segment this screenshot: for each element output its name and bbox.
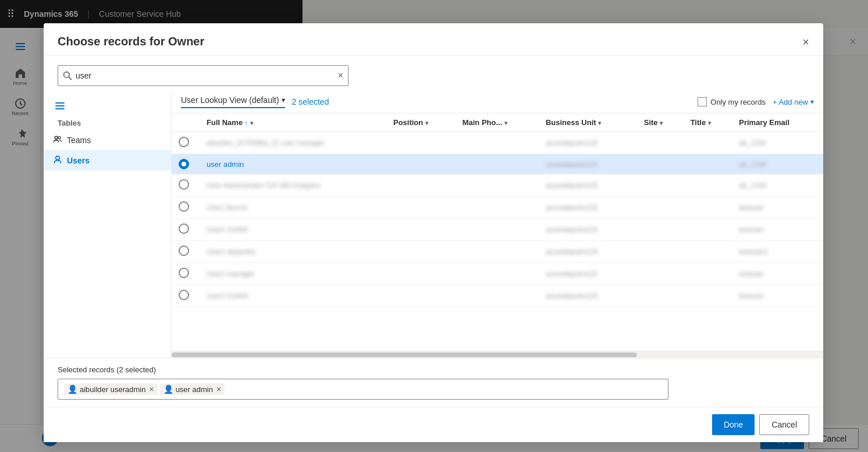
col-businessunit[interactable]: Business Unit ▾ <box>539 113 637 132</box>
row-radio[interactable] <box>179 245 189 256</box>
cell-mainphone <box>456 285 539 307</box>
cell-businessunit: azuredepoim125 <box>539 263 637 285</box>
only-my-records-control: Only my records <box>698 97 766 106</box>
row-select-cell <box>172 219 200 241</box>
users-label: Users <box>67 156 90 165</box>
cell-position <box>386 241 456 263</box>
cell-businessunit: azuredepoim125 <box>539 285 637 307</box>
row-radio[interactable] <box>179 137 189 147</box>
col-mainphone[interactable]: Main Pho... ▾ <box>456 113 539 132</box>
selected-count-badge[interactable]: 2 selected <box>292 97 329 106</box>
svg-line-7 <box>69 77 72 80</box>
cell-fullname[interactable]: User1 alejandro <box>200 241 386 263</box>
tables-header: Tables <box>44 114 171 130</box>
col-primaryemail[interactable]: Primary Email <box>732 113 823 132</box>
table-row: user admin azuredepoim125 ab_1234 <box>172 154 823 175</box>
selected-tag-useradmin: 👤 user admin × <box>160 383 225 395</box>
cell-site <box>637 175 684 197</box>
cell-fullname[interactable]: User1 G3404 <box>200 285 386 307</box>
data-table-wrap: Full Name ↑ ▾ Position ▾ Main Pho... ▾ B… <box>172 113 823 351</box>
row-radio[interactable] <box>179 268 189 278</box>
done-button[interactable]: Done <box>712 414 755 435</box>
cell-email: testuser1 <box>732 241 823 263</box>
view-selector[interactable]: User Lookup View (default) ▾ <box>181 95 285 108</box>
h-scroll-thumb <box>172 353 637 357</box>
col-position[interactable]: Position ▾ <box>386 113 456 132</box>
cell-position <box>386 197 456 219</box>
modal-close-button[interactable]: × <box>802 36 809 48</box>
search-input[interactable] <box>76 71 335 80</box>
teams-icon <box>53 134 62 145</box>
svg-point-6 <box>64 72 70 78</box>
cell-email: testuser <box>732 219 823 241</box>
tag-aibuilder-label: aibuilder useradmin <box>80 385 145 394</box>
cell-fullname[interactable]: User1 G3404 <box>200 219 386 241</box>
col-select <box>172 113 200 132</box>
row-select-cell <box>172 154 200 175</box>
cell-mainphone <box>456 263 539 285</box>
cell-fullname[interactable]: aibuilder_0170098a_01 user manager <box>200 132 386 154</box>
cell-businessunit: azuredepoim125 <box>539 219 637 241</box>
table-row: User1 Burrns azuredepoim125 testuser <box>172 197 823 219</box>
cell-title <box>684 132 732 154</box>
col-title[interactable]: Title ▾ <box>684 113 732 132</box>
cell-title <box>684 241 732 263</box>
choose-records-modal: Choose records for Owner × × <box>44 23 823 442</box>
row-radio[interactable] <box>179 290 189 300</box>
selected-records-area: Selected records (2 selected) 👤 aibuilde… <box>44 358 823 407</box>
cell-site <box>637 132 684 154</box>
cancel-button[interactable]: Cancel <box>759 414 809 435</box>
row-radio[interactable] <box>179 159 189 169</box>
data-toolbar: User Lookup View (default) ▾ 2 selected … <box>172 91 823 113</box>
cell-fullname[interactable]: User Administrator CIA 360 Analytics <box>200 175 386 197</box>
row-select-cell <box>172 241 200 263</box>
cell-position <box>386 263 456 285</box>
cell-email: ab_1234 <box>732 175 823 197</box>
table-row: User1 manager azuredepoim125 testuser <box>172 263 823 285</box>
sidebar-item-users[interactable]: Users <box>44 150 171 170</box>
only-my-records-checkbox[interactable] <box>698 97 707 106</box>
table-body: aibuilder_0170098a_01 user manager azure… <box>172 132 823 307</box>
cell-fullname[interactable]: user admin <box>200 154 386 175</box>
modal-body: Tables Teams Users User Lookup View (def… <box>44 91 823 358</box>
sidebar-item-teams[interactable]: Teams <box>44 130 171 150</box>
cell-businessunit: azuredepoim125 <box>539 241 637 263</box>
row-select-cell <box>172 132 200 154</box>
cell-fullname[interactable]: User1 Burrns <box>200 197 386 219</box>
add-new-button[interactable]: + Add new ▾ <box>773 98 814 106</box>
tables-panel-hamburger[interactable] <box>44 95 171 114</box>
row-radio[interactable] <box>179 179 189 190</box>
tables-label: Tables <box>58 119 81 127</box>
row-radio[interactable] <box>179 201 189 212</box>
cell-site <box>637 263 684 285</box>
tag-user-icon: 👤 <box>67 385 77 394</box>
search-box: × <box>58 65 348 86</box>
tag-useradmin-remove[interactable]: × <box>216 385 221 394</box>
teams-label: Teams <box>67 136 91 145</box>
cell-site <box>637 285 684 307</box>
data-panel: User Lookup View (default) ▾ 2 selected … <box>172 91 823 358</box>
table-row: User1 G3404 azuredepoim125 testuser <box>172 219 823 241</box>
row-select-cell <box>172 175 200 197</box>
cell-link-user-admin[interactable]: user admin <box>207 160 244 169</box>
tag-aibuilder-remove[interactable]: × <box>149 385 154 394</box>
cell-email: testuser <box>732 285 823 307</box>
search-clear-icon[interactable]: × <box>338 70 343 81</box>
cell-email: testuser <box>732 197 823 219</box>
cell-position <box>386 154 456 175</box>
horizontal-scrollbar[interactable] <box>172 351 823 358</box>
selected-tag-aibuilder: 👤 aibuilder useradmin × <box>64 383 158 395</box>
cell-fullname[interactable]: User1 manager <box>200 263 386 285</box>
row-radio[interactable] <box>179 223 189 234</box>
col-fullname[interactable]: Full Name ↑ ▾ <box>200 113 386 132</box>
cell-businessunit: azuredepoim125 <box>539 175 637 197</box>
modal-header: Choose records for Owner × <box>44 23 823 56</box>
cell-title <box>684 175 732 197</box>
row-select-cell <box>172 197 200 219</box>
cell-position <box>386 132 456 154</box>
users-icon <box>53 155 62 166</box>
add-new-chevron-icon: ▾ <box>810 98 814 106</box>
data-table: Full Name ↑ ▾ Position ▾ Main Pho... ▾ B… <box>172 113 823 307</box>
col-site[interactable]: Site ▾ <box>637 113 684 132</box>
cell-position <box>386 175 456 197</box>
